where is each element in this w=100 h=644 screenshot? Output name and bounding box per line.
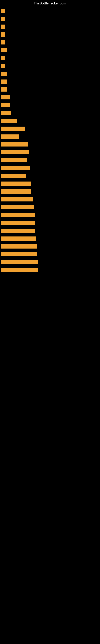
bar-row-34: Bottleneck result: [1, 268, 99, 273]
bar-label-27: Bottleneck result: [1, 213, 35, 217]
bar-row-18: Bottleneck result: [1, 142, 99, 147]
bar-row-8: Bo: [1, 64, 99, 69]
bar-row-13: Bottle: [1, 103, 99, 108]
site-title: TheBottlenecker.com: [0, 0, 100, 7]
bar-label-29: Bottleneck result: [1, 228, 35, 233]
bar-row-1: B: [1, 9, 99, 14]
bar-label-34: Bottleneck result: [1, 268, 38, 272]
bar-row-19: Bottleneck result: [1, 150, 99, 155]
bar-row-28: Bottleneck result: [1, 221, 99, 226]
bar-row-27: Bottleneck result: [1, 213, 99, 218]
bar-label-15: Bottleneck: [1, 119, 17, 123]
bar-row-15: Bottleneck: [1, 119, 99, 124]
bar-label-10: Bott: [1, 80, 7, 84]
bar-label-2: B: [1, 17, 4, 21]
bar-label-20: Bottleneck resul: [1, 158, 27, 162]
bar-row-9: Bot: [1, 72, 99, 77]
bar-row-12: Bottle: [1, 95, 99, 100]
bar-label-9: Bot: [1, 72, 7, 76]
bar-row-21: Bottleneck result: [1, 166, 99, 171]
bar-label-1: B: [1, 9, 4, 13]
bar-label-14: Bottler: [1, 111, 11, 115]
bar-row-33: Bottleneck result: [1, 260, 99, 265]
bar-row-26: Bottleneck result: [1, 205, 99, 210]
bar-label-26: Bottleneck result: [1, 205, 34, 209]
bars-container: BBBoBoBoBotBoBoBotBottBottBottleBottleBo…: [0, 7, 100, 278]
bar-label-6: Bot: [1, 48, 7, 52]
bar-row-14: Bottler: [1, 111, 99, 116]
bar-label-16: Bottleneck resu: [1, 126, 25, 131]
bar-row-31: Bottleneck result: [1, 244, 99, 249]
bar-label-30: Bottleneck result: [1, 236, 36, 241]
bar-label-32: Bottleneck result: [1, 252, 37, 256]
bar-row-22: Bottleneck resu: [1, 174, 99, 179]
bar-label-8: Bo: [1, 64, 5, 68]
bar-row-7: Bo: [1, 56, 99, 61]
bar-row-16: Bottleneck resu: [1, 126, 99, 132]
bar-label-17: Bottleneck r: [1, 134, 19, 139]
bar-label-11: Bott: [1, 87, 7, 92]
bar-row-23: Bottleneck result: [1, 182, 99, 186]
bar-label-21: Bottleneck result: [1, 166, 30, 170]
bar-row-5: Bo: [1, 40, 99, 45]
bar-label-5: Bo: [1, 40, 5, 44]
bar-label-25: Bottleneck result: [1, 197, 33, 202]
bar-row-10: Bott: [1, 80, 99, 84]
bar-label-18: Bottleneck result: [1, 142, 28, 146]
bar-label-24: Bottleneck result: [1, 190, 31, 194]
bar-row-6: Bot: [1, 48, 99, 53]
bar-row-30: Bottleneck result: [1, 236, 99, 242]
bar-row-11: Bott: [1, 87, 99, 92]
bar-row-32: Bottleneck result: [1, 252, 99, 257]
bar-label-7: Bo: [1, 56, 5, 60]
bar-row-25: Bottleneck result: [1, 197, 99, 202]
bar-row-29: Bottleneck result: [1, 228, 99, 234]
bar-label-12: Bottle: [1, 95, 10, 100]
bar-label-3: Bo: [1, 24, 5, 29]
bar-row-20: Bottleneck resul: [1, 158, 99, 163]
bar-label-4: Bo: [1, 32, 5, 37]
bar-label-31: Bottleneck result: [1, 244, 37, 248]
bar-row-2: B: [1, 17, 99, 22]
bar-row-4: Bo: [1, 32, 99, 38]
bar-row-24: Bottleneck result: [1, 190, 99, 194]
bar-label-33: Bottleneck result: [1, 260, 38, 264]
bar-label-13: Bottle: [1, 103, 10, 107]
bar-row-3: Bo: [1, 24, 99, 30]
bar-label-19: Bottleneck result: [1, 150, 29, 154]
bar-label-23: Bottleneck result: [1, 182, 31, 186]
bar-row-17: Bottleneck r: [1, 134, 99, 140]
bar-label-22: Bottleneck resu: [1, 174, 26, 178]
bar-label-28: Bottleneck result: [1, 221, 35, 225]
